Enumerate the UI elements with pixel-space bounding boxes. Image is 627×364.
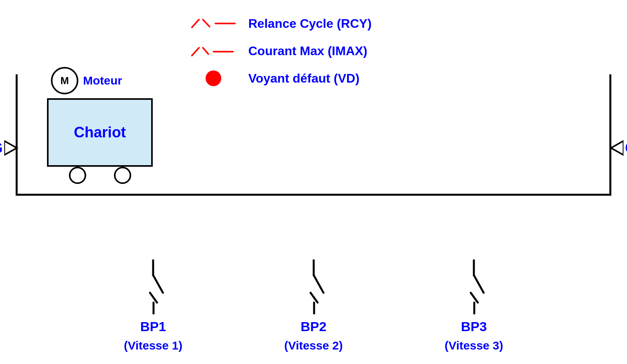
legend-imax: Courant Max (IMAX) bbox=[188, 43, 372, 59]
cg-triangle-icon bbox=[4, 139, 18, 157]
chariot-body: Chariot bbox=[47, 98, 153, 167]
bp1-main-label: BP1 bbox=[140, 319, 166, 334]
rcy-symbol-icon bbox=[188, 16, 239, 31]
wheel-left bbox=[69, 167, 86, 184]
svg-line-10 bbox=[153, 275, 163, 293]
svg-line-0 bbox=[192, 20, 199, 27]
bp3-main-label: BP3 bbox=[461, 319, 487, 334]
svg-marker-7 bbox=[4, 141, 17, 155]
motor-circle: M bbox=[51, 67, 78, 94]
svg-marker-8 bbox=[611, 141, 623, 155]
motor-group: M Moteur bbox=[51, 67, 122, 94]
imax-label: Courant Max (IMAX) bbox=[248, 44, 367, 58]
bp2-symbol-icon bbox=[298, 259, 329, 314]
track: CG CD M Moteur Chariot bbox=[16, 74, 611, 196]
diagram-container: Relance Cycle (RCY) Courant Max (IMAX) V… bbox=[0, 0, 627, 364]
chariot-label: Chariot bbox=[74, 124, 126, 141]
bp1-sub-label: (Vitesse 1) bbox=[124, 339, 182, 352]
chariot-wheels bbox=[47, 167, 153, 184]
svg-line-4 bbox=[203, 48, 208, 54]
bp3-sub-label: (Vitesse 3) bbox=[445, 339, 503, 352]
cd-triangle-icon bbox=[609, 139, 623, 157]
legend-rcy: Relance Cycle (RCY) bbox=[188, 16, 372, 31]
cg-label: CG bbox=[0, 140, 3, 157]
bp3-symbol-icon bbox=[458, 259, 490, 314]
bp1-group: BP1 (Vitesse 1) bbox=[124, 259, 182, 352]
end-stop-left bbox=[16, 74, 18, 196]
chariot-group: M Moteur Chariot bbox=[47, 98, 153, 184]
svg-line-11 bbox=[150, 293, 157, 303]
svg-line-3 bbox=[192, 48, 199, 56]
rcy-label: Relance Cycle (RCY) bbox=[248, 16, 372, 31]
svg-line-14 bbox=[314, 275, 323, 293]
bp1-symbol-icon bbox=[137, 259, 169, 314]
cd-group: CD bbox=[609, 139, 627, 157]
bp2-sub-label: (Vitesse 2) bbox=[284, 339, 343, 352]
end-stop-right bbox=[609, 74, 611, 196]
imax-symbol-icon bbox=[188, 43, 239, 59]
svg-line-19 bbox=[471, 293, 478, 303]
svg-line-1 bbox=[203, 20, 210, 27]
motor-label: Moteur bbox=[83, 74, 122, 87]
buttons-row: BP1 (Vitesse 1) BP2 (Vitesse 2) BP3 (V bbox=[0, 259, 627, 352]
bp2-group: BP2 (Vitesse 2) bbox=[284, 259, 343, 352]
wheel-right bbox=[114, 167, 131, 184]
bp2-main-label: BP2 bbox=[300, 319, 326, 334]
bp3-group: BP3 (Vitesse 3) bbox=[445, 259, 503, 352]
cg-group: CG bbox=[0, 139, 18, 157]
cd-label: CD bbox=[625, 140, 627, 157]
rail-bottom bbox=[16, 194, 611, 196]
svg-line-18 bbox=[474, 275, 484, 293]
svg-line-15 bbox=[311, 293, 318, 303]
